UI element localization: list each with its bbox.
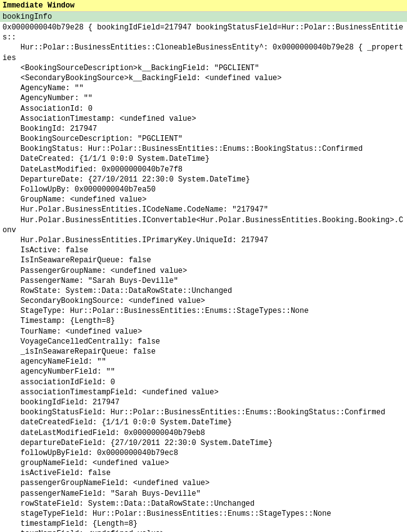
output-area: 0x0000000040b79e28 { bookingIdField=2179… (0, 22, 407, 532)
title-bar: Immediate Window (0, 0, 407, 12)
first-input-line[interactable]: bookingInfo (0, 12, 407, 22)
